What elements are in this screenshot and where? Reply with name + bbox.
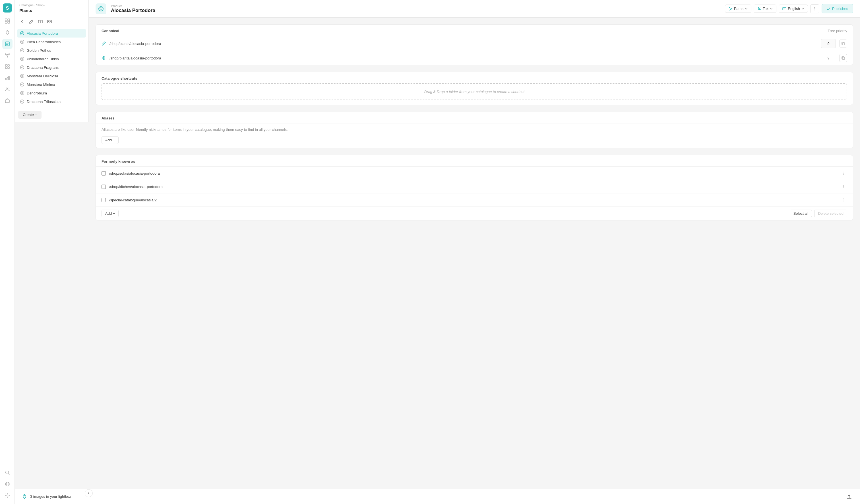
svg-point-49	[20, 74, 24, 78]
more-icon	[813, 6, 817, 11]
nav-widgets[interactable]	[2, 61, 13, 72]
svg-point-51	[20, 83, 24, 86]
nav-translate[interactable]	[2, 479, 13, 489]
view-button[interactable]	[37, 18, 44, 26]
svg-point-14	[7, 57, 8, 57]
sidebar-collapse-button[interactable]	[85, 489, 93, 497]
svg-point-73	[844, 186, 844, 187]
svg-point-43	[20, 49, 24, 52]
rocket-path-icon	[102, 56, 106, 60]
sidebar-item-6[interactable]: Monstera Minima	[17, 80, 86, 89]
canonical-path-2: /shop/plants/alocasia-portodora	[110, 56, 818, 60]
sidebar-item-4[interactable]: Dracaena Fragrans	[17, 63, 86, 72]
sidebar-title: Plants	[19, 8, 84, 13]
language-icon: A2	[782, 7, 786, 11]
fka-more-icon-1	[842, 171, 846, 175]
sidebar-list: Alocasia Portodora Pilea Peperomioides G…	[15, 28, 88, 107]
tax-chevron-icon	[770, 8, 773, 10]
language-label: English	[788, 6, 800, 11]
sidebar-item-5[interactable]: Monstera Deliciosa	[17, 72, 86, 80]
fka-footer: Add + Select all Delete selected	[96, 206, 853, 220]
nav-people[interactable]	[2, 84, 13, 95]
svg-rect-24	[9, 76, 10, 80]
svg-point-76	[844, 200, 844, 200]
fka-path-1: /shop/sofas/alocasia-portodora	[109, 171, 837, 175]
fka-more-1[interactable]	[840, 170, 847, 177]
sidebar-item-label: Monstera Deliciosa	[27, 74, 58, 78]
nav-launch[interactable]	[2, 27, 13, 38]
copy-button-2[interactable]	[839, 54, 847, 62]
svg-point-44	[22, 50, 23, 51]
tree-priority-value-2: 9	[821, 56, 836, 60]
language-button[interactable]: A2 English	[779, 4, 808, 13]
svg-point-64	[815, 8, 815, 9]
paths-label: Paths	[734, 6, 743, 11]
sidebar-item-2[interactable]: Golden Pothos	[17, 46, 86, 55]
svg-rect-5	[8, 21, 10, 23]
tax-button[interactable]: Tax	[754, 4, 776, 13]
fka-checkbox-2[interactable]	[102, 185, 106, 189]
image-button[interactable]	[45, 18, 54, 26]
canonical-header: Canonical Tree priority	[96, 25, 853, 36]
canonical-label: Canonical	[102, 29, 119, 33]
svg-point-26	[8, 88, 9, 89]
nav-graph[interactable]	[2, 50, 13, 60]
paths-chevron-icon	[745, 8, 748, 10]
fka-checkbox-3[interactable]	[102, 198, 106, 202]
svg-text:A2: A2	[784, 8, 786, 10]
nav-search[interactable]	[2, 467, 13, 478]
canonical-section: Canonical Tree priority /shop/plants/alo…	[96, 25, 853, 65]
paths-button[interactable]: Paths	[725, 4, 751, 13]
nav-catalogue[interactable]	[2, 16, 13, 26]
svg-point-25	[6, 88, 8, 89]
svg-rect-36	[41, 20, 42, 23]
app-logo[interactable]: S	[3, 3, 12, 13]
shortcuts-dropzone[interactable]: Drag & Drop a folder from your catalogue…	[102, 83, 847, 100]
sidebar-item-3[interactable]: Philodendron Birkin	[17, 55, 86, 63]
delete-selected-button[interactable]: Delete selected	[814, 210, 847, 217]
fka-more-2[interactable]	[840, 183, 847, 190]
create-button[interactable]: Create +	[18, 111, 42, 119]
sidebar-item-label: Dracaena Trifasciata	[27, 100, 61, 104]
nav-settings[interactable]	[2, 490, 13, 501]
svg-point-41	[20, 40, 24, 44]
sidebar-item-7[interactable]: Dendrobium	[17, 89, 86, 97]
sidebar-item-label: Dendrobium	[27, 91, 47, 95]
back-button[interactable]	[18, 18, 26, 26]
fka-add-button[interactable]: Add +	[102, 210, 119, 217]
fka-path-3: /special-catalogue/alocasia/2	[109, 198, 837, 202]
check-icon	[827, 7, 830, 11]
nav-content[interactable]	[2, 39, 13, 49]
svg-point-75	[844, 199, 844, 199]
copy-button-1[interactable]	[839, 40, 847, 47]
fka-checkbox-1[interactable]	[102, 171, 106, 175]
svg-rect-66	[842, 43, 845, 45]
svg-rect-22	[5, 78, 6, 80]
svg-point-65	[815, 10, 815, 10]
nav-analytics[interactable]	[2, 73, 13, 83]
more-options-button[interactable]	[810, 4, 819, 13]
lightbox-upload-button[interactable]	[845, 493, 853, 501]
formerly-known-header: Formerly known as	[96, 155, 853, 167]
sidebar-item-0[interactable]: Alocasia Portodora	[17, 29, 86, 38]
svg-point-72	[844, 185, 844, 186]
svg-point-29	[5, 471, 9, 474]
select-all-button[interactable]: Select all	[790, 210, 812, 217]
svg-point-6	[7, 32, 8, 33]
tree-priority-input-1[interactable]	[821, 39, 836, 48]
edit-button[interactable]	[27, 18, 35, 26]
sidebar-item-1[interactable]: Pilea Peperomioides	[17, 38, 86, 46]
aliases-header: Aliases	[96, 112, 853, 123]
svg-point-55	[20, 100, 24, 103]
svg-rect-23	[7, 77, 8, 80]
sidebar-item-8[interactable]: Dracaena Trifasciata	[17, 97, 86, 106]
fka-more-3[interactable]	[840, 197, 847, 203]
published-button[interactable]: Published	[822, 4, 853, 13]
svg-point-40	[22, 33, 23, 34]
aliases-add-button[interactable]: Add +	[102, 136, 119, 144]
content-area: Canonical Tree priority /shop/plants/alo…	[89, 18, 860, 504]
nav-packages[interactable]	[2, 96, 13, 106]
svg-point-78	[24, 495, 25, 497]
language-chevron-icon	[801, 8, 804, 10]
formerly-known-section: Formerly known as /shop/sofas/alocasia-p…	[96, 155, 853, 220]
